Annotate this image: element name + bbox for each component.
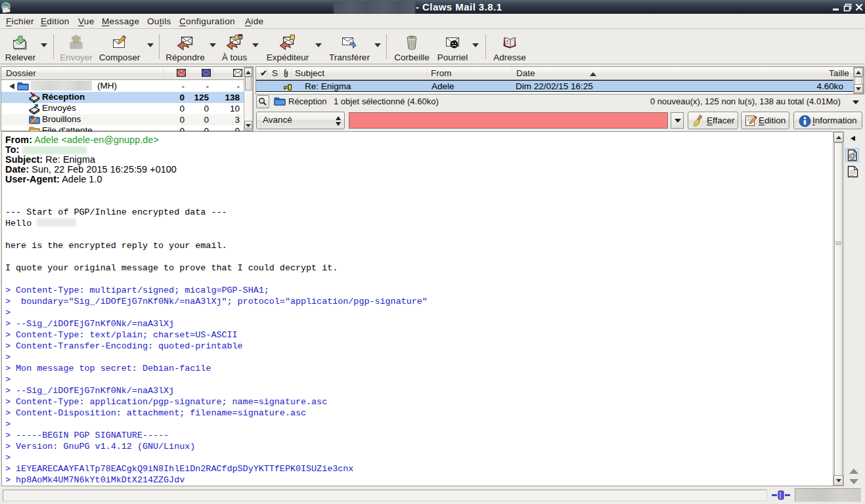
svg-text:@: @: [849, 152, 856, 159]
